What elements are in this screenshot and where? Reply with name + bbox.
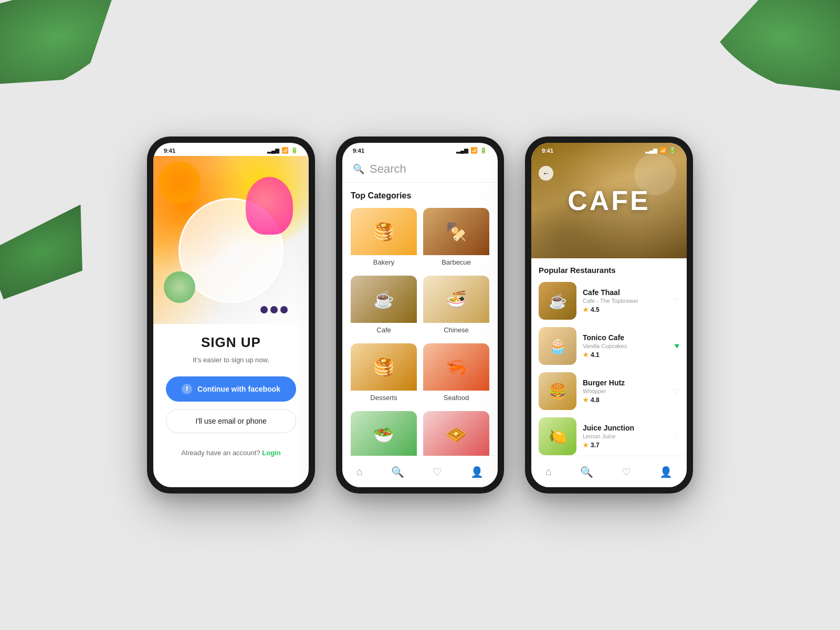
cafe-hero-title: CAFE: [568, 185, 650, 216]
nav-search-3[interactable]: 🔍: [576, 461, 597, 482]
heart-button-1[interactable]: ♥: [675, 341, 680, 351]
restaurant-rating-0: ★4.5: [583, 306, 666, 313]
leaf-top-left: [0, 0, 146, 103]
category-label-desserts: Desserts: [351, 391, 417, 405]
rating-value: 3.7: [591, 442, 600, 449]
rating-value: 4.5: [591, 306, 600, 313]
signal-icon-2: ▂▄▆: [456, 148, 468, 153]
background: 9:41 ▂▄▆ 📶 🔋: [0, 0, 840, 630]
nav-home-3[interactable]: ⌂: [541, 461, 556, 482]
back-button[interactable]: ←: [539, 166, 553, 181]
restaurant-rating-2: ★4.8: [583, 396, 666, 404]
category-label-barbecue: Barbecue: [423, 255, 489, 269]
restaurant-thumb-0: ☕: [539, 282, 576, 320]
fruit-decoration: [153, 156, 309, 324]
nav-user-3[interactable]: 👤: [655, 461, 677, 482]
status-bar-2: 9:41 ▂▄▆ 📶 🔋: [342, 143, 498, 156]
restaurant-item-tonico-cafe[interactable]: 🧁Tonico CafeVanilla Cupcakes★4.1♥: [539, 327, 679, 365]
blueberry: [270, 306, 278, 313]
categories-section: Top Categories 🥞Bakery🍢Barbecue☕Cafe🍜Chi…: [342, 183, 498, 464]
restaurant-info-1: Tonico CafeVanilla Cupcakes★4.1: [583, 333, 668, 359]
category-image-barbecue: 🍢: [423, 208, 489, 255]
heart-button-0[interactable]: ♡: [672, 296, 679, 306]
signal-icon: ▂▄▆: [267, 148, 279, 153]
wifi-icon: 📶: [281, 147, 289, 154]
nav-search-2[interactable]: 🔍: [387, 461, 408, 482]
battery-icon: 🔋: [291, 147, 298, 154]
popular-restaurants-title: Popular Restaurants: [539, 266, 679, 275]
restaurant-sub-3: Lemon Juice: [583, 433, 666, 439]
restaurant-info-3: Juice JunctionLemon Juice★3.7: [583, 424, 666, 449]
category-card-desserts[interactable]: 🥞Desserts: [351, 343, 417, 405]
login-link[interactable]: Login: [262, 449, 280, 457]
leaf-left-mid: [0, 204, 102, 299]
rating-value: 4.1: [591, 351, 600, 359]
signup-title: SIGN UP: [166, 334, 296, 351]
status-bar-3: 9:41 ▂▄▆ 📶 🔋: [531, 143, 687, 156]
restaurant-name-0: Cafe Thaal: [583, 288, 666, 297]
category-card-chinese[interactable]: 🍜Chinese: [423, 276, 489, 337]
category-card-cafe[interactable]: ☕Cafe: [351, 276, 417, 337]
email-button[interactable]: I'll use email or phone: [166, 409, 296, 433]
signup-content: SIGN UP It's easier to sign up now. f Co…: [153, 324, 309, 467]
battery-icon-2: 🔋: [480, 147, 487, 154]
restaurant-sub-2: Whopper: [583, 388, 666, 394]
restaurant-item-juice-junction[interactable]: 🍋Juice JunctionLemon Juice★3.7♡: [539, 417, 679, 455]
restaurant-thumb-3: 🍋: [539, 417, 576, 455]
hero-cafe: ← CAFE: [531, 143, 687, 258]
restaurant-item-cafe-thaal[interactable]: ☕Cafe ThaalCafe - The Topbrewer★4.5♡: [539, 282, 679, 320]
blueberry: [260, 306, 268, 313]
restaurant-rating-1: ★4.1: [583, 351, 668, 359]
nav-home-2[interactable]: ⌂: [352, 461, 367, 482]
facebook-button[interactable]: f Continue with facebook: [166, 376, 296, 402]
phone-restaurants: 9:41 ▂▄▆ 📶 🔋 ← CAFE Popular Restaurants …: [525, 136, 693, 494]
restaurant-thumb-1: 🧁: [539, 327, 576, 365]
category-card-barbecue[interactable]: 🍢Barbecue: [423, 208, 489, 269]
category-card-bakery[interactable]: 🥞Bakery: [351, 208, 417, 269]
blueberries: [260, 306, 288, 313]
restaurant-thumb-img-2: 🍔: [539, 372, 576, 410]
phone-signup: 9:41 ▂▄▆ 📶 🔋: [147, 136, 315, 494]
search-icon: 🔍: [353, 163, 364, 175]
nav-heart-2[interactable]: ♡: [428, 461, 446, 482]
restaurant-info-2: Burger HutzWhopper★4.8: [583, 379, 666, 404]
email-button-label: I'll use email or phone: [195, 417, 267, 425]
restaurant-name-1: Tonico Cafe: [583, 333, 668, 342]
restaurant-list: Popular Restaurants ☕Cafe ThaalCafe - Th…: [531, 258, 687, 487]
star-icon: ★: [583, 306, 589, 313]
restaurant-thumb-img-1: 🧁: [539, 327, 576, 365]
heart-button-3[interactable]: ♡: [672, 432, 679, 442]
star-icon: ★: [583, 351, 589, 359]
restaurant-thumb-img-3: 🍋: [539, 417, 576, 455]
signup-subtitle: It's easier to sign up now.: [166, 356, 296, 364]
category-image-cafe: ☕: [351, 276, 417, 323]
restaurant-sub-1: Vanilla Cupcakes: [583, 343, 668, 349]
category-label-seafood: Seafood: [423, 391, 489, 405]
wifi-icon-2: 📶: [470, 147, 478, 154]
nav-user-2[interactable]: 👤: [466, 461, 488, 482]
search-input[interactable]: Search: [370, 162, 406, 176]
restaurant-thumb-img-0: ☕: [539, 282, 576, 320]
category-label-cafe: Cafe: [351, 323, 417, 337]
bottom-nav-3: ⌂ 🔍 ♡ 👤: [531, 456, 687, 487]
facebook-icon: f: [182, 384, 192, 394]
already-text: Already have an account?: [181, 449, 260, 457]
search-bar[interactable]: 🔍 Search: [342, 156, 498, 183]
restaurant-item-burger-hutz[interactable]: 🍔Burger HutzWhopper★4.8♡: [539, 372, 679, 410]
kiwi-slice: [164, 271, 195, 303]
bottom-nav-2: ⌂ 🔍 ♡ 👤: [342, 456, 498, 487]
heart-button-2[interactable]: ♡: [672, 386, 679, 396]
status-time-3: 9:41: [542, 148, 553, 154]
status-icons-1: ▂▄▆ 📶 🔋: [267, 147, 298, 154]
signal-icon-3: ▂▄▆: [645, 148, 657, 153]
blueberry: [280, 306, 288, 313]
categories-grid: 🥞Bakery🍢Barbecue☕Cafe🍜Chinese🥞Desserts🦐S…: [351, 208, 489, 464]
restaurant-rating-3: ★3.7: [583, 442, 666, 449]
category-label-chinese: Chinese: [423, 323, 489, 337]
category-label-bakery: Bakery: [351, 255, 417, 269]
status-bar-1: 9:41 ▂▄▆ 📶 🔋: [153, 143, 309, 156]
rating-value: 4.8: [591, 396, 600, 404]
nav-heart-3[interactable]: ♡: [617, 461, 635, 482]
category-card-seafood[interactable]: 🦐Seafood: [423, 343, 489, 405]
leaf-top-right: [690, 0, 840, 103]
